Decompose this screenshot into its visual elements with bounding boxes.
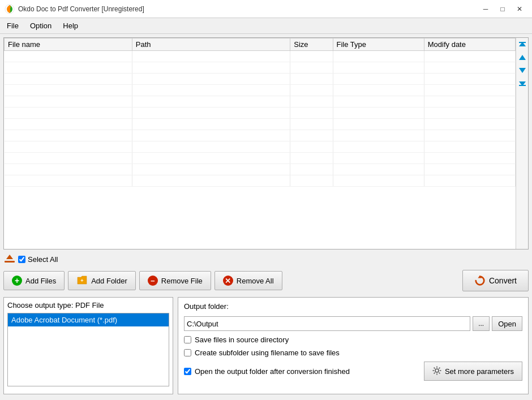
scroll-down-button[interactable] bbox=[517, 65, 527, 75]
output-type-panel: Choose output type: PDF File Adobe Acrob… bbox=[3, 297, 173, 394]
table-row bbox=[5, 130, 516, 141]
app-icon bbox=[5, 4, 15, 14]
svg-line-17 bbox=[439, 372, 440, 373]
remove-file-icon: − bbox=[148, 276, 158, 286]
scroll-top-button[interactable] bbox=[517, 40, 527, 50]
create-subfolder-checkbox[interactable] bbox=[184, 349, 191, 356]
output-folder-panel: Output folder: C:\Output ... Open Save f… bbox=[178, 297, 529, 394]
add-files-icon: + bbox=[12, 276, 22, 286]
svg-rect-2 bbox=[519, 42, 526, 43]
file-table: File name Path Size File Type Modify dat… bbox=[4, 38, 516, 249]
open-output-label: Open the output folder after conversion … bbox=[195, 367, 350, 376]
browse-button[interactable]: ... bbox=[473, 316, 490, 331]
toolbar-row: Select All bbox=[3, 252, 529, 266]
select-all-checkbox[interactable] bbox=[18, 256, 25, 263]
svg-point-11 bbox=[435, 369, 439, 372]
svg-rect-7 bbox=[5, 261, 15, 263]
close-button[interactable]: ✕ bbox=[512, 3, 527, 15]
checkbox-row-1: Save files in source directory bbox=[184, 336, 522, 344]
checkbox-row-2: Create subfolder using filename to save … bbox=[184, 349, 522, 357]
output-list-item[interactable]: Adobe Acrobat Document (*.pdf) bbox=[8, 313, 169, 326]
output-type-label: Choose output type: PDF File bbox=[7, 301, 169, 309]
maximize-button[interactable]: □ bbox=[495, 3, 510, 15]
table-row bbox=[5, 62, 516, 74]
col-header-filename: File name bbox=[5, 38, 132, 51]
minimize-button[interactable]: ─ bbox=[478, 3, 494, 15]
remove-all-button[interactable]: ✕ Remove All bbox=[214, 271, 282, 290]
table-row bbox=[5, 85, 516, 96]
table-row bbox=[5, 51, 516, 62]
create-subfolder-label: Create subfolder using filename to save … bbox=[195, 349, 340, 357]
menu-file[interactable]: File bbox=[2, 19, 23, 32]
remove-all-icon: ✕ bbox=[223, 276, 233, 286]
add-folder-icon: + bbox=[76, 275, 88, 287]
main-window: File name Path Size File Type Modify dat… bbox=[0, 34, 532, 400]
col-header-path: Path bbox=[132, 38, 290, 51]
scroll-bottom-button[interactable] bbox=[517, 78, 527, 88]
checkbox-row-3: Open the output folder after conversion … bbox=[184, 367, 350, 376]
menu-option[interactable]: Option bbox=[25, 19, 56, 32]
select-all-label: Select All bbox=[28, 255, 58, 264]
output-folder-label: Output folder: bbox=[184, 302, 522, 311]
svg-text:+: + bbox=[81, 278, 84, 283]
add-files-button[interactable]: + Add Files bbox=[3, 271, 65, 290]
table-row bbox=[5, 74, 516, 85]
folder-path-row: C:\Output ... Open bbox=[184, 316, 522, 331]
output-type-list[interactable]: Adobe Acrobat Document (*.pdf) bbox=[7, 313, 169, 386]
open-output-checkbox[interactable] bbox=[184, 368, 191, 375]
upload-icon bbox=[3, 253, 16, 265]
menu-help[interactable]: Help bbox=[58, 19, 83, 32]
bottom-section: Choose output type: PDF File Adobe Acrob… bbox=[3, 295, 529, 397]
output-folder-input[interactable]: C:\Output bbox=[184, 316, 470, 331]
svg-line-19 bbox=[434, 372, 435, 373]
file-list-container: File name Path Size File Type Modify dat… bbox=[3, 37, 529, 250]
table-row bbox=[5, 153, 516, 164]
save-source-checkbox[interactable] bbox=[184, 336, 191, 343]
gear-icon bbox=[432, 366, 441, 377]
svg-line-16 bbox=[434, 367, 435, 368]
bottom-row: Open the output folder after conversion … bbox=[184, 362, 522, 381]
table-row bbox=[5, 175, 516, 187]
add-folder-button[interactable]: + Add Folder bbox=[68, 271, 136, 290]
col-header-modifydate: Modify date bbox=[424, 38, 515, 51]
scroll-arrows bbox=[516, 38, 528, 249]
convert-button[interactable]: Convert bbox=[462, 270, 529, 291]
window-title: Okdo Doc to Pdf Converter [Unregistered] bbox=[18, 5, 144, 13]
svg-rect-6 bbox=[519, 85, 526, 86]
table-row bbox=[5, 141, 516, 153]
svg-marker-4 bbox=[519, 68, 526, 73]
svg-line-18 bbox=[439, 367, 440, 368]
action-row: + Add Files + Add Folder − Remove File ✕… bbox=[3, 269, 529, 293]
svg-marker-3 bbox=[519, 55, 526, 60]
scroll-up-button[interactable] bbox=[517, 53, 527, 63]
menu-bar: File Option Help bbox=[0, 18, 532, 34]
set-params-button[interactable]: Set more parameters bbox=[424, 362, 522, 381]
col-header-filetype: File Type bbox=[333, 38, 424, 51]
window-controls: ─ □ ✕ bbox=[478, 3, 527, 15]
save-source-label: Save files in source directory bbox=[195, 336, 289, 344]
title-bar: Okdo Doc to Pdf Converter [Unregistered]… bbox=[0, 0, 532, 18]
convert-icon bbox=[474, 275, 486, 286]
col-header-size: Size bbox=[290, 38, 333, 51]
table-row bbox=[5, 119, 516, 130]
remove-file-button[interactable]: − Remove File bbox=[139, 271, 211, 290]
svg-marker-8 bbox=[6, 255, 13, 259]
table-row bbox=[5, 96, 516, 107]
open-folder-button[interactable]: Open bbox=[492, 316, 522, 331]
table-row bbox=[5, 164, 516, 175]
table-row bbox=[5, 107, 516, 119]
